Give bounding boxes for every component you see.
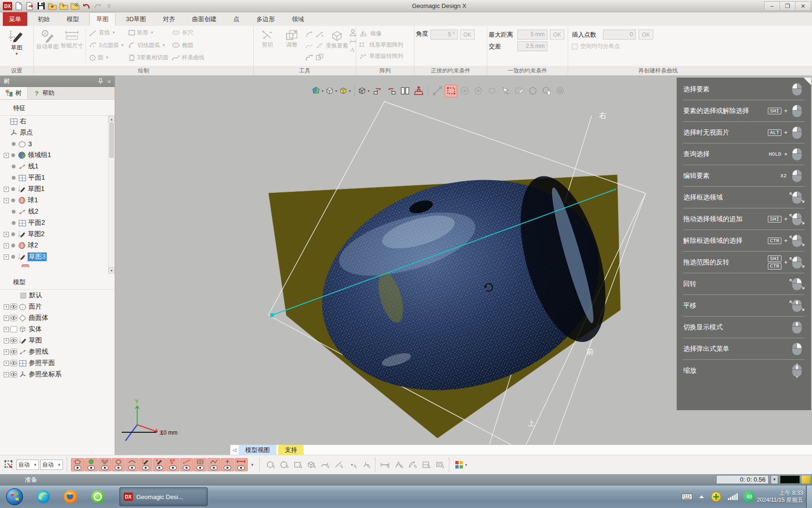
coincident-ok-button[interactable]: OK	[550, 30, 564, 40]
coords-dropdown-icon[interactable]: ▼	[771, 475, 778, 484]
ribbon-button-智能尺寸[interactable]: 智能尺寸	[60, 28, 84, 50]
ribbon-button-自动草图[interactable]: A自动草图	[35, 28, 60, 50]
refplane-visibility-icon[interactable]	[194, 458, 207, 471]
expand-icon[interactable]: +	[4, 327, 9, 332]
lasso-select-icon[interactable]	[485, 85, 498, 97]
ribbon-tab-3D草图[interactable]: 3D草图	[119, 12, 153, 26]
insert-points-input[interactable]: 0	[603, 30, 636, 40]
accent-color-swatch[interactable]	[802, 476, 810, 484]
select-csys-icon[interactable]	[359, 458, 372, 471]
tool-icon-fit-spline[interactable]	[349, 38, 357, 45]
note-tool-icon[interactable]	[433, 458, 446, 471]
feature-tree-item-领域组1[interactable]: +领域组1	[0, 150, 115, 161]
feature-tree-item-草图1[interactable]: +草图1	[0, 183, 115, 195]
refline-visibility-icon[interactable]	[180, 458, 193, 471]
feature-tree-item-原点[interactable]: 原点	[0, 127, 115, 138]
feature-tree-item-线2[interactable]: 线2	[0, 206, 115, 217]
feature-tree-item-球2[interactable]: +球2	[0, 240, 115, 251]
panel-fold-icon[interactable]	[804, 78, 811, 85]
feature-tree-item-右[interactable]: 右	[0, 116, 115, 127]
show-desktop-button[interactable]	[806, 485, 812, 508]
background-color-swatch[interactable]	[780, 476, 800, 484]
tab-model-view[interactable]: 模型视图	[239, 445, 276, 455]
auto-combo-1[interactable]: 自动▼	[16, 460, 39, 470]
max-distance-input[interactable]: 5 mm	[517, 30, 547, 40]
firefox-browser-icon[interactable]	[63, 489, 78, 504]
hull-visibility-icon[interactable]	[112, 458, 125, 471]
keyboard-icon[interactable]	[681, 493, 693, 500]
close-button[interactable]: ✕	[795, 1, 811, 11]
ribbon-button-剪切[interactable]: 剪切	[255, 28, 280, 48]
tab-tree[interactable]: 树	[0, 87, 28, 99]
ribbon-item-椭圆[interactable]: 椭圆	[172, 41, 204, 49]
ribbon-item-圆[interactable]: 圆▼	[89, 54, 125, 62]
ribbon-tab-草图[interactable]: 草图	[89, 12, 116, 26]
viewport-3d[interactable]: Y X 10 mm 右 前 上 ▼▼▼▼ 选择要素要素的选择或解除选择SHI+选…	[115, 76, 812, 455]
expand-icon[interactable]: +	[4, 316, 9, 321]
select-surface-icon[interactable]	[291, 458, 304, 471]
paint-select-icon[interactable]	[499, 85, 512, 97]
ribbon-item-草图旋转阵列[interactable]: 草图旋转阵列	[359, 50, 403, 62]
feature-tree-item-平面2[interactable]: 平面2	[0, 217, 115, 229]
tool-icon-route[interactable]	[305, 53, 313, 61]
flip-left-icon[interactable]	[371, 85, 384, 97]
visibility-eye-icon[interactable]	[9, 349, 18, 355]
open-doc-icon[interactable]	[25, 1, 35, 11]
tab-scroll-left-icon[interactable]: ◁	[230, 447, 239, 452]
model-tree-item-参照坐标系[interactable]: +参照坐标系	[0, 369, 115, 380]
sketch-mode-button[interactable]: 草图 ▼	[5, 28, 29, 56]
measure-distance-icon[interactable]	[378, 458, 391, 471]
feature-tree-item-草图2[interactable]: +草图2	[0, 229, 115, 240]
expand-icon[interactable]: +	[4, 232, 9, 237]
import-file-icon[interactable]	[47, 1, 57, 11]
section-tool-icon[interactable]	[419, 458, 432, 471]
select-mesh-icon[interactable]	[264, 458, 277, 471]
tree-scrollbar[interactable]: ▲ ▼	[108, 116, 115, 274]
tab-support[interactable]: 支持	[278, 445, 304, 455]
model-tree-item-参照平面[interactable]: +参照平面	[0, 357, 115, 369]
expand-icon[interactable]: +	[4, 243, 9, 248]
tab-help[interactable]: ? 帮助	[28, 87, 60, 99]
taskbar-app-button[interactable]: DX Geomagic Desi...	[119, 487, 208, 506]
model-tree-item-默认[interactable]: 默认	[0, 290, 115, 301]
feature-tree-item-球1[interactable]: +球1	[0, 195, 115, 206]
feature-tree-item-线1[interactable]: 线1	[0, 161, 115, 172]
respline-ok-button[interactable]: OK	[639, 30, 653, 40]
ribbon-item-矩形[interactable]: 矩形▼	[128, 29, 169, 37]
tool-icon-node-add[interactable]	[316, 31, 323, 38]
start-orb-icon[interactable]	[6, 488, 23, 506]
mesh-visibility-icon[interactable]	[71, 458, 84, 471]
select-curve-icon[interactable]	[318, 458, 331, 471]
import-folder-icon[interactable]	[59, 1, 69, 11]
model-tree-item-面片[interactable]: +面片	[0, 301, 115, 312]
feature-tree-item-3[interactable]: 3	[0, 138, 115, 150]
ribbon-item-长穴[interactable]: 长穴	[172, 29, 204, 37]
expand-icon[interactable]: +	[4, 198, 9, 203]
ribbon-item-样条曲线[interactable]: 样条曲线	[172, 54, 204, 62]
feature-tree-item-平面1[interactable]: 平面1	[0, 172, 115, 183]
tool-icon-merge[interactable]	[316, 54, 323, 60]
expand-icon[interactable]: +	[4, 372, 9, 377]
tool-icon-spline-edit[interactable]	[305, 42, 313, 49]
edge-browser-icon[interactable]	[36, 489, 51, 504]
hex-select-icon[interactable]	[526, 85, 539, 97]
tool-icon-arc-edit[interactable]	[305, 31, 313, 38]
expand-icon[interactable]: +	[4, 187, 9, 192]
select-vertex-icon[interactable]	[345, 458, 359, 471]
ribbon-button-调整[interactable]: 调整	[280, 28, 304, 48]
visibility-more-icon[interactable]: ▼	[250, 463, 254, 467]
save-icon[interactable]	[36, 1, 46, 11]
new-doc-icon[interactable]	[14, 1, 23, 11]
model-tree-item-参照线[interactable]: +参照线	[0, 346, 115, 357]
pointcloud-display-icon[interactable]: ▼	[312, 85, 324, 97]
ribbon-item-线形草图阵列[interactable]: 线形草图阵列	[359, 39, 403, 50]
grid-display-icon[interactable]: ▼	[452, 458, 470, 471]
maximize-button[interactable]: ❐	[780, 1, 796, 11]
taskbar-clock[interactable]: 上午 8:33 2024/11/15 星期五	[757, 490, 806, 504]
expand-icon[interactable]: +	[4, 153, 9, 158]
scroll-down-icon[interactable]: ▼	[109, 267, 115, 274]
dx-logo-icon[interactable]: DX	[2, 1, 12, 11]
expand-icon[interactable]: +	[4, 361, 9, 366]
scroll-up-icon[interactable]: ▲	[109, 116, 115, 122]
tool-icon-person[interactable]	[349, 29, 357, 37]
